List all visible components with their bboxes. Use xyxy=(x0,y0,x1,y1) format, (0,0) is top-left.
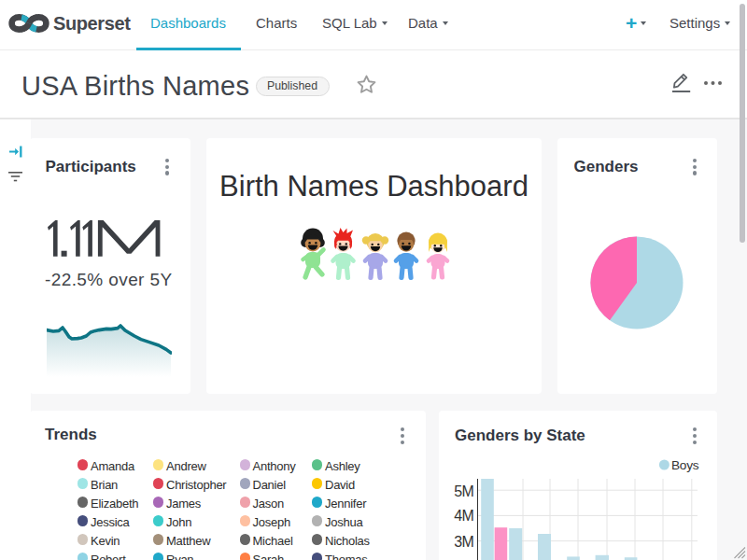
svg-text:3M: 3M xyxy=(454,534,473,550)
svg-text:4M: 4M xyxy=(454,508,473,524)
svg-text:Boys: Boys xyxy=(671,458,699,472)
svg-text:5M: 5M xyxy=(454,483,473,499)
